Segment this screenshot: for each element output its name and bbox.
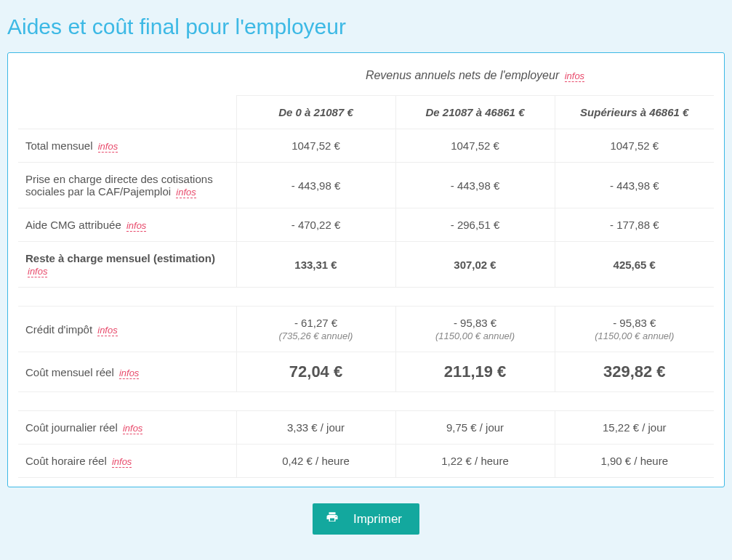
cell-annual: (1150,00 € annuel) (403, 330, 547, 341)
cell-value: - 296,51 € (395, 208, 555, 242)
cell-value: 0,42 € / heure (236, 445, 395, 478)
row-label-text: Aide CMG attribuée (25, 219, 121, 231)
infos-link[interactable]: infos (126, 220, 146, 232)
row-credit-impot: Crédit d'impôt infos - 61,27 € (735,26 €… (18, 307, 714, 352)
printer-icon (326, 511, 339, 527)
spacer-row (18, 392, 714, 411)
row-label-text: Coût horaire réel (25, 455, 107, 467)
row-label-text: Crédit d'impôt (25, 323, 92, 336)
cell-value: 9,75 € / jour (395, 411, 555, 445)
row-label-text: Coût mensuel réel (25, 366, 114, 378)
row-label: Coût mensuel réel infos (18, 352, 236, 392)
row-total-mensuel: Total mensuel infos 1047,52 € 1047,52 € … (18, 129, 714, 163)
cell-main: - 95,83 € (613, 317, 656, 329)
cell-value: - 95,83 € (1150,00 € annuel) (395, 307, 555, 352)
empty-header (18, 96, 236, 129)
row-label: Coût horaire réel infos (18, 445, 236, 478)
cell-value-highlight: 329,82 € (555, 352, 714, 392)
row-label: Prise en charge directe des cotisations … (18, 163, 236, 208)
cell-value: 1,90 € / heure (555, 445, 714, 478)
col-header-bracket-1: De 0 à 21087 € (236, 96, 395, 129)
row-aide-cmg: Aide CMG attribuée infos - 470,22 € - 29… (18, 208, 714, 242)
page-title: Aides et coût final pour l'employeur (7, 15, 725, 39)
cell-main: - 61,27 € (294, 317, 337, 329)
infos-link[interactable]: infos (119, 368, 139, 379)
cell-value-highlight: 72,04 € (236, 352, 395, 392)
cell-value: - 443,98 € (236, 163, 395, 208)
cell-value: 133,31 € (236, 242, 395, 288)
annual-income-header-text: Revenus annuels nets de l'employeur (366, 69, 559, 81)
row-label: Total mensuel infos (18, 129, 236, 163)
row-cout-horaire: Coût horaire réel infos 0,42 € / heure 1… (18, 445, 714, 478)
cell-annual: (735,26 € annuel) (244, 330, 388, 341)
col-header-bracket-3: Supérieurs à 46861 € (555, 96, 714, 129)
cell-annual: (1150,00 € annuel) (563, 330, 707, 341)
infos-link[interactable]: infos (176, 187, 196, 198)
print-button-label: Imprimer (353, 512, 402, 527)
cost-table: De 0 à 21087 € De 21087 à 46861 € Supéri… (18, 95, 714, 478)
row-label: Crédit d'impôt infos (18, 307, 236, 352)
row-label-text: Coût journalier réel (25, 421, 118, 434)
row-label: Aide CMG attribuée infos (18, 208, 236, 242)
row-cout-mensuel-reel: Coût mensuel réel infos 72,04 € 211,19 €… (18, 352, 714, 392)
col-header-bracket-2: De 21087 à 46861 € (395, 96, 555, 129)
cell-value: - 95,83 € (1150,00 € annuel) (555, 307, 714, 352)
infos-link[interactable]: infos (28, 266, 47, 277)
row-prise-en-charge: Prise en charge directe des cotisations … (18, 163, 714, 208)
cell-main: - 95,83 € (454, 317, 496, 329)
row-label: Coût journalier réel infos (18, 411, 236, 445)
spacer-row (18, 288, 714, 307)
infos-link[interactable]: infos (112, 456, 132, 468)
cell-value: - 470,22 € (236, 208, 395, 242)
infos-link[interactable]: infos (565, 70, 584, 82)
table-header-row: De 0 à 21087 € De 21087 à 46861 € Supéri… (18, 96, 714, 129)
infos-link[interactable]: infos (97, 325, 117, 336)
row-label: Reste à charge mensuel (estimation) info… (18, 242, 236, 288)
cell-value-highlight: 211,19 € (395, 352, 555, 392)
cell-value: 1,22 € / heure (395, 445, 555, 478)
row-reste-a-charge: Reste à charge mensuel (estimation) info… (18, 242, 714, 288)
row-cout-journalier: Coût journalier réel infos 3,33 € / jour… (18, 411, 714, 445)
cell-value: - 177,88 € (555, 208, 714, 242)
cell-value: - 61,27 € (735,26 € annuel) (236, 307, 395, 352)
infos-link[interactable]: infos (98, 141, 118, 153)
cell-value: - 443,98 € (395, 163, 555, 208)
annual-income-header: Revenus annuels nets de l'employeur info… (236, 66, 714, 95)
infos-link[interactable]: infos (123, 423, 142, 434)
cell-value: 1047,52 € (395, 129, 555, 163)
cell-value: 3,33 € / jour (236, 411, 395, 445)
row-label-text: Reste à charge mensuel (estimation) (25, 252, 215, 264)
cell-value: - 443,98 € (555, 163, 714, 208)
print-button[interactable]: Imprimer (313, 503, 419, 535)
cell-value: 1047,52 € (555, 129, 714, 163)
print-row: Imprimer (7, 503, 725, 535)
cost-table-card: Revenus annuels nets de l'employeur info… (7, 52, 725, 487)
row-label-text: Total mensuel (25, 139, 93, 152)
cell-value: 1047,52 € (236, 129, 395, 163)
cell-value: 307,02 € (395, 242, 555, 288)
cell-value: 15,22 € / jour (555, 411, 714, 445)
cell-value: 425,65 € (555, 242, 714, 288)
